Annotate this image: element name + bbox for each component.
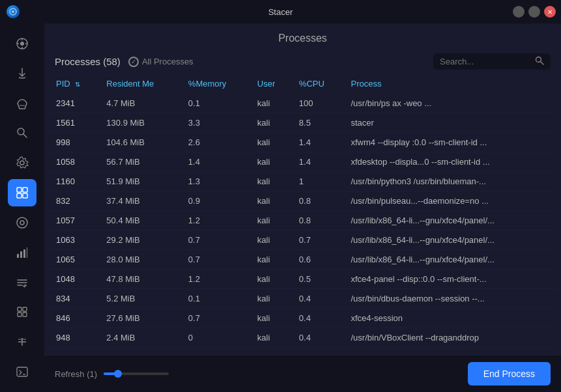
table-row[interactable]: 2341 4.7 MiB 0.1 kali 100 /usr/bin/ps ax… [50,94,556,113]
table-row[interactable]: 1058 56.7 MiB 1.4 kali 1.4 xfdesktop --d… [50,152,556,172]
cell-cpu: 0.7 [293,231,345,250]
cell-user: kali [251,328,293,348]
cell-resident: 104.6 MiB [100,133,182,152]
cell-memory: 0.7 [182,309,251,328]
cell-pid: 948 [50,328,100,348]
sidebar-item-cleaner[interactable] [8,90,36,117]
table-body: 2341 4.7 MiB 0.1 kali 100 /usr/bin/ps ax… [50,94,556,348]
svg-rect-19 [20,251,22,258]
table-header: PID ⇅ Resident Me %Memory User %CPU Proc… [50,74,556,94]
refresh-area: Refresh (1) [55,369,169,379]
cell-user: kali [251,270,293,289]
table-row[interactable]: 1063 29.2 MiB 0.7 kali 0.7 /usr/lib/x86_… [50,231,556,250]
cell-pid: 846 [50,309,100,328]
sidebar-item-search[interactable] [8,119,36,147]
maximize-button[interactable] [528,6,540,18]
cell-pid: 832 [50,191,100,211]
sidebar-item-uninstaller[interactable] [8,209,36,236]
sidebar [0,23,44,392]
cell-process: /usr/lib/x86_64-li...--gnu/xfce4/panel/.… [345,211,556,231]
sidebar-item-resources[interactable] [8,239,36,266]
cell-memory: 1.2 [182,270,251,289]
main-content: Processes Processes (58) ✓ All Processes… [44,23,561,392]
refresh-slider[interactable] [104,372,169,375]
cell-user: kali [251,211,293,231]
all-processes-button[interactable]: ✓ All Processes [128,57,194,67]
cell-memory: 0.9 [182,191,251,211]
svg-rect-22 [18,307,22,311]
table-row[interactable]: 832 37.4 MiB 0.9 kali 0.8 /usr/bin/pulse… [50,191,556,211]
table-row[interactable]: 1065 28.0 MiB 0.7 kali 0.6 /usr/lib/x86_… [50,250,556,270]
search-box [433,53,551,70]
svg-point-1 [12,10,14,13]
table-row[interactable]: 1561 130.9 MiB 3.3 kali 8.5 stacer [50,113,556,133]
table-row[interactable]: 1048 47.8 MiB 1.2 kali 0.5 xfce4-panel -… [50,270,556,289]
cell-memory: 0.7 [182,250,251,270]
col-resident[interactable]: Resident Me [100,74,182,94]
search-icon [535,56,544,67]
cell-process: xfdesktop --displa...0 --sm-client-id ..… [345,152,556,172]
cell-resident: 4.7 MiB [100,94,182,113]
app-icon [7,5,20,18]
table-row[interactable]: 998 104.6 MiB 2.6 kali 1.4 xfwm4 --displ… [50,133,556,152]
cell-pid: 1057 [50,211,100,231]
cell-pid: 998 [50,133,100,152]
table-row[interactable]: 1160 51.9 MiB 1.3 kali 1 /usr/bin/python… [50,172,556,191]
minimize-button[interactable] [513,6,525,18]
cell-resident: 2.4 MiB [100,328,182,348]
svg-point-17 [20,221,24,225]
cell-memory: 1.2 [182,211,251,231]
cell-pid: 1063 [50,231,100,250]
cell-cpu: 0.5 [293,270,345,289]
svg-rect-12 [17,188,22,192]
cell-cpu: 0.4 [293,309,345,328]
cell-cpu: 0.4 [293,289,345,309]
table-row[interactable]: 948 2.4 MiB 0 kali 0.4 /usr/bin/VBoxClie… [50,328,556,348]
cell-resident: 50.4 MiB [100,211,182,231]
col-process[interactable]: Process [345,74,556,94]
all-processes-label: All Processes [142,57,194,66]
cell-user: kali [251,152,293,172]
cell-pid: 2341 [50,94,100,113]
svg-rect-14 [17,193,22,198]
svg-point-11 [20,161,24,165]
check-icon: ✓ [128,57,139,67]
cell-pid: 1058 [50,152,100,172]
svg-rect-15 [23,193,27,198]
cell-cpu: 1.4 [293,152,345,172]
window-controls: ✕ [513,6,556,18]
cell-resident: 47.8 MiB [100,270,182,289]
sidebar-item-services[interactable] [8,269,36,296]
svg-rect-24 [18,313,22,316]
cell-resident: 29.2 MiB [100,231,182,250]
end-process-button[interactable]: End Process [468,362,551,385]
sidebar-item-dashboard[interactable] [8,30,36,57]
search-input[interactable] [440,57,531,66]
table-row[interactable]: 1057 50.4 MiB 1.2 kali 0.8 /usr/lib/x86_… [50,211,556,231]
cell-resident: 28.0 MiB [100,250,182,270]
sidebar-item-processes[interactable] [8,179,36,206]
sidebar-item-terminal[interactable] [8,358,36,385]
sidebar-item-startup[interactable] [8,60,36,87]
cell-memory: 0.1 [182,289,251,309]
sidebar-item-packages[interactable] [8,298,36,326]
col-cpu[interactable]: %CPU [293,74,345,94]
svg-rect-23 [23,307,27,311]
cell-pid: 1048 [50,270,100,289]
col-user[interactable]: User [251,74,293,94]
cell-pid: 834 [50,289,100,309]
col-pid[interactable]: PID ⇅ [50,74,100,94]
table-row[interactable]: 834 5.2 MiB 0.1 kali 0.4 /usr/bin/dbus-d… [50,289,556,309]
close-button[interactable]: ✕ [544,6,556,18]
sidebar-item-apt[interactable] [8,328,36,356]
col-memory[interactable]: %Memory [182,74,251,94]
cell-user: kali [251,172,293,191]
cell-memory: 3.3 [182,113,251,133]
process-table-container[interactable]: PID ⇅ Resident Me %Memory User %CPU Proc… [44,74,561,355]
table-row[interactable]: 846 27.6 MiB 0.7 kali 0.4 xfce4-session [50,309,556,328]
svg-line-10 [23,134,27,137]
cell-resident: 130.9 MiB [100,113,182,133]
cell-pid: 1065 [50,250,100,270]
sidebar-item-settings[interactable] [8,149,36,176]
cell-cpu: 0.8 [293,191,345,211]
